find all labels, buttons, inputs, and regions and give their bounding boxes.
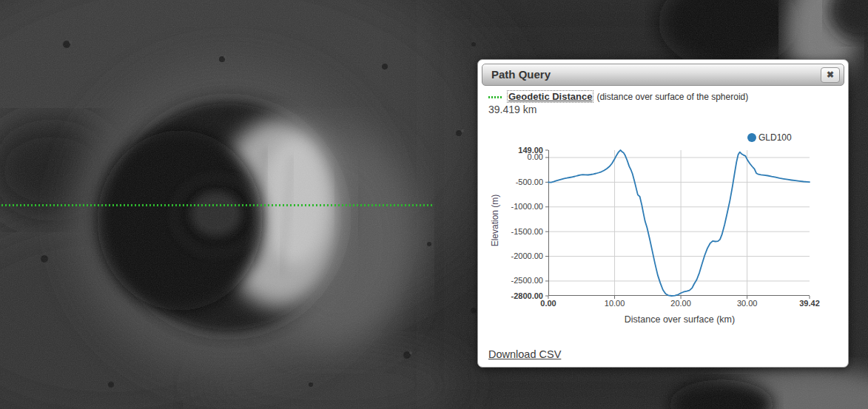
elevation-plot xyxy=(548,150,810,296)
y-tick-label: -2000.00 xyxy=(511,252,543,260)
path-swatch-icon xyxy=(488,96,502,98)
query-path-line xyxy=(1,204,434,206)
y-axis-title: Elevation (m) xyxy=(490,183,500,257)
x-axis-title: Distance over surface (km) xyxy=(596,314,763,325)
x-tick-label: 20.00 xyxy=(670,299,691,308)
y-tick-label: -1500.00 xyxy=(511,228,543,236)
x-tick-label: 39.42 xyxy=(799,299,820,308)
x-tick-label: 0.00 xyxy=(540,299,556,308)
download-csv-link[interactable]: Download CSV xyxy=(488,348,561,360)
dialog-title: Path Query xyxy=(491,68,551,81)
path-query-dialog: Path Query ✖ Geodetic Distance(distance … xyxy=(477,59,849,368)
y-tick-label: -2800.00 xyxy=(511,292,543,300)
geodetic-distance-link[interactable]: Geodetic Distance xyxy=(507,90,593,103)
dialog-titlebar[interactable]: Path Query ✖ xyxy=(482,64,844,86)
series-dot-icon xyxy=(747,133,756,142)
x-tick-label: 10.00 xyxy=(605,299,625,308)
measure-description: (distance over surface of the spheroid) xyxy=(596,92,748,102)
y-tick-label: 0.00 xyxy=(528,153,543,161)
close-button[interactable]: ✖ xyxy=(821,67,840,83)
y-tick-label: -2500.00 xyxy=(511,277,543,285)
chart-legend: GLD100 xyxy=(747,132,792,143)
close-icon: ✖ xyxy=(827,70,834,80)
measure-row: Geodetic Distance(distance over surface … xyxy=(488,91,748,102)
y-tick-label: -1000.00 xyxy=(511,203,543,211)
y-tick-label: -500.00 xyxy=(516,178,543,186)
legend-label: GLD100 xyxy=(758,132,792,143)
distance-value: 39.419 km xyxy=(488,104,536,115)
x-tick-label: 30.00 xyxy=(737,299,758,308)
